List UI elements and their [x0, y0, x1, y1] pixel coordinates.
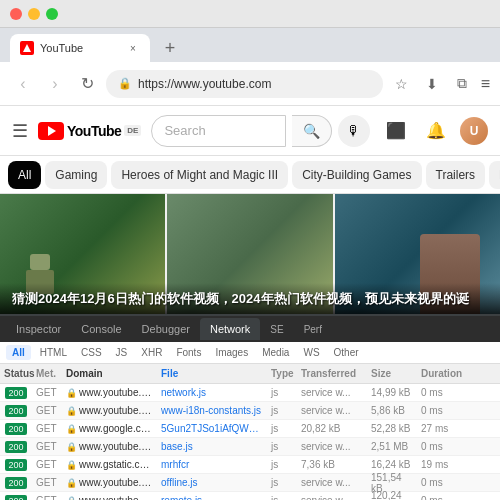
filter-all[interactable]: All	[6, 345, 31, 360]
youtube-favicon	[20, 41, 34, 55]
refresh-button[interactable]: ↻	[74, 71, 100, 97]
devtools-panel: Inspector Console Debugger Network SE Pe…	[0, 314, 500, 500]
category-trailers[interactable]: Trailers	[426, 161, 486, 189]
minimize-window-button[interactable]	[28, 8, 40, 20]
youtube-logo[interactable]: YouTube DE	[38, 122, 141, 140]
tab-close-button[interactable]: ×	[126, 41, 140, 55]
youtube-header-right: ⬛ 🔔 U	[380, 115, 488, 147]
filter-html[interactable]: HTML	[35, 345, 72, 360]
download-button[interactable]: ⬇	[419, 71, 445, 97]
filter-ws[interactable]: WS	[298, 345, 324, 360]
lock-icon: 🔒	[118, 77, 132, 90]
search-placeholder: Search	[164, 123, 205, 138]
col-type: Type	[267, 368, 297, 379]
network-row[interactable]: 200 GET 🔒www.youtube.com network.js js s…	[0, 384, 500, 402]
filter-other[interactable]: Other	[329, 345, 364, 360]
devtools-tab-network[interactable]: Network	[200, 318, 260, 340]
browser-menu-button[interactable]: ≡	[481, 75, 490, 93]
youtube-play-icon	[48, 126, 56, 136]
category-bar: All Gaming Heroes of Might and Magic III…	[0, 156, 500, 194]
network-table-header: Status Met. Domain File Type Transferred…	[0, 364, 500, 384]
youtube-menu-button[interactable]: ☰	[12, 120, 28, 142]
window-chrome	[0, 0, 500, 28]
col-size: Size	[367, 368, 417, 379]
network-row[interactable]: 200 GET 🔒www.youtube.com remote.js js se…	[0, 492, 500, 500]
tab-label: YouTube	[40, 42, 120, 54]
network-row[interactable]: 200 GET 🔒www.youtube.com www-i18n-consta…	[0, 402, 500, 420]
col-transferred: Transferred	[297, 368, 367, 379]
youtube-mic-button[interactable]: 🎙	[338, 115, 370, 147]
network-row[interactable]: 200 GET 🔒www.youtube.com base.js js serv…	[0, 438, 500, 456]
devtools-tab-performance[interactable]: Perf	[294, 318, 332, 340]
devtools-tab-inspector[interactable]: Inspector	[6, 318, 71, 340]
network-table-body: 200 GET 🔒www.youtube.com network.js js s…	[0, 384, 500, 500]
youtube-cast-button[interactable]: ⬛	[380, 115, 412, 147]
youtube-premium-badge: DE	[124, 125, 141, 136]
category-heroes[interactable]: Heroes of Might and Magic III	[111, 161, 288, 189]
col-domain: Domain	[62, 368, 157, 379]
network-filter-bar: All HTML CSS JS XHR Fonts Images Media W…	[0, 342, 500, 364]
col-file: File	[157, 368, 267, 379]
devtools-tab-style-editor[interactable]: SE	[260, 318, 293, 340]
category-more[interactable]: H	[489, 161, 500, 189]
youtube-notification-button[interactable]: 🔔	[420, 115, 452, 147]
network-row[interactable]: 200 GET 🔒www.gstatic.com mrhfcr js 7,36 …	[0, 456, 500, 474]
col-duration: Duration	[417, 368, 457, 379]
youtube-search-button[interactable]: 🔍	[292, 115, 332, 147]
extensions-button[interactable]: ⧉	[449, 71, 475, 97]
youtube-header: ☰ YouTube DE Search 🔍 🎙 ⬛ 🔔 U	[0, 106, 500, 156]
category-city-building[interactable]: City-Building Games	[292, 161, 421, 189]
address-field[interactable]: 🔒 https://www.youtube.com	[106, 70, 383, 98]
forward-button[interactable]: ›	[42, 71, 68, 97]
video-hero[interactable]: 猜测2024年12月6日热门的软件视频，2024年热门软件视频，预见未来视界的诞	[0, 194, 500, 314]
maximize-window-button[interactable]	[46, 8, 58, 20]
youtube-logo-text: YouTube	[67, 123, 121, 139]
filter-images[interactable]: Images	[210, 345, 253, 360]
traffic-lights	[10, 8, 58, 20]
filter-css[interactable]: CSS	[76, 345, 107, 360]
new-tab-button[interactable]: +	[156, 34, 184, 62]
back-button[interactable]: ‹	[10, 71, 36, 97]
filter-fonts[interactable]: Fonts	[171, 345, 206, 360]
network-row[interactable]: 200 GET 🔒www.youtube.com offline.js js s…	[0, 474, 500, 492]
tab-bar: YouTube × +	[0, 28, 500, 62]
devtools-tab-console[interactable]: Console	[71, 318, 131, 340]
filter-xhr[interactable]: XHR	[136, 345, 167, 360]
filter-js[interactable]: JS	[111, 345, 133, 360]
devtools-tab-debugger[interactable]: Debugger	[132, 318, 200, 340]
youtube-search-box[interactable]: Search	[151, 115, 286, 147]
url-text: https://www.youtube.com	[138, 77, 371, 91]
tab-youtube[interactable]: YouTube ×	[10, 34, 150, 62]
hero-title: 猜测2024年12月6日热门的软件视频，2024年热门软件视频，预见未来视界的诞	[12, 291, 488, 308]
hero-overlay: 猜测2024年12月6日热门的软件视频，2024年热门软件视频，预见未来视界的诞	[0, 283, 500, 314]
youtube-search-container: Search 🔍 🎙	[151, 115, 370, 147]
devtools-tabs: Inspector Console Debugger Network SE Pe…	[0, 316, 500, 342]
category-all[interactable]: All	[8, 161, 41, 189]
close-window-button[interactable]	[10, 8, 22, 20]
network-row[interactable]: 200 GET 🔒www.google.com 5Gun2TJSo1iAfQWm…	[0, 420, 500, 438]
col-status: Status	[0, 368, 32, 379]
mic-icon: 🎙	[347, 123, 361, 139]
bookmark-button[interactable]: ☆	[389, 71, 415, 97]
address-bar: ‹ › ↻ 🔒 https://www.youtube.com ☆ ⬇ ⧉ ≡	[0, 62, 500, 106]
address-actions: ☆ ⬇ ⧉	[389, 71, 475, 97]
category-gaming[interactable]: Gaming	[45, 161, 107, 189]
col-method: Met.	[32, 368, 62, 379]
youtube-logo-icon	[38, 122, 64, 140]
youtube-avatar[interactable]: U	[460, 117, 488, 145]
search-icon: 🔍	[303, 123, 320, 139]
filter-media[interactable]: Media	[257, 345, 294, 360]
